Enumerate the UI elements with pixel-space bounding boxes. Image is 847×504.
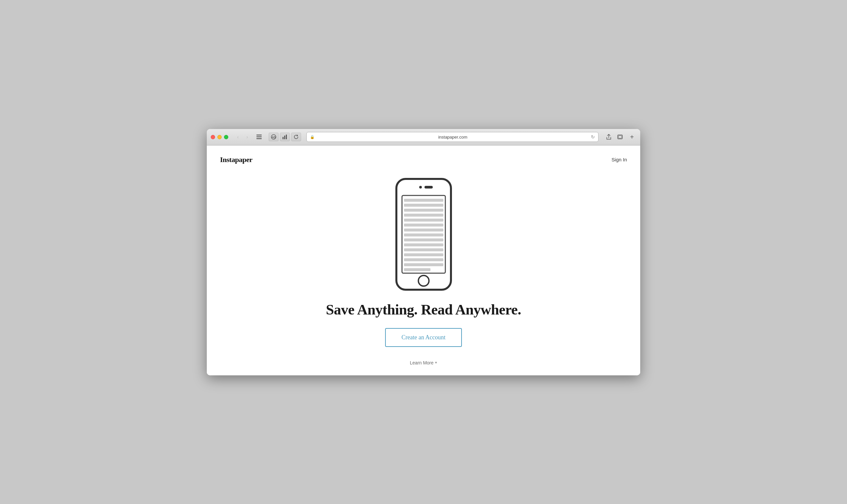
adblock-icon[interactable]: AD: [269, 132, 279, 141]
hero-section: Save Anything. Read Anywhere. Create an …: [326, 170, 521, 365]
url-reload-icon[interactable]: ↻: [591, 134, 595, 140]
svg-rect-5: [283, 137, 284, 139]
svg-rect-24: [404, 248, 443, 251]
svg-rect-14: [404, 199, 443, 202]
svg-rect-9: [618, 136, 622, 138]
site-logo: Instapaper: [220, 156, 252, 164]
svg-rect-0: [257, 134, 262, 136]
svg-rect-18: [404, 219, 443, 221]
svg-text:AD: AD: [272, 136, 276, 139]
svg-rect-25: [404, 253, 443, 256]
svg-rect-17: [404, 214, 443, 217]
headline: Save Anything. Read Anywhere.: [326, 301, 521, 318]
svg-rect-1: [257, 137, 262, 138]
stats-icon[interactable]: [280, 132, 290, 141]
refresh-icon[interactable]: [291, 132, 301, 141]
title-bar: ‹ › AD: [207, 129, 640, 145]
svg-rect-20: [404, 229, 443, 232]
svg-rect-21: [404, 233, 443, 236]
back-button[interactable]: ‹: [234, 132, 242, 141]
svg-rect-2: [257, 138, 262, 139]
svg-rect-12: [424, 186, 433, 188]
svg-rect-23: [404, 244, 443, 246]
forward-button[interactable]: ›: [243, 132, 251, 141]
svg-rect-27: [404, 263, 443, 266]
svg-point-11: [419, 186, 422, 188]
sidebar-toggle-button[interactable]: [255, 132, 263, 141]
svg-rect-28: [404, 268, 430, 271]
page-content: Instapaper Sign In: [207, 145, 640, 375]
close-button[interactable]: [211, 135, 215, 139]
chevron-down-icon: ▾: [435, 360, 437, 365]
svg-rect-6: [284, 136, 285, 139]
learn-more-label: Learn More: [410, 360, 434, 365]
lock-icon: 🔒: [310, 135, 315, 139]
svg-rect-15: [404, 204, 443, 207]
svg-rect-26: [404, 258, 443, 261]
browser-window: ‹ › AD: [207, 129, 640, 375]
url-bar-container: 🔒 instapaper.com ↻: [306, 132, 599, 142]
minimize-button[interactable]: [217, 135, 222, 139]
traffic-lights: [211, 135, 228, 139]
svg-rect-19: [404, 223, 443, 227]
tabs-button[interactable]: [615, 132, 625, 141]
create-account-button[interactable]: Create an Account: [385, 328, 462, 347]
svg-rect-7: [286, 134, 287, 139]
right-toolbar: +: [604, 132, 636, 141]
url-bar[interactable]: 🔒 instapaper.com ↻: [306, 132, 599, 142]
share-button[interactable]: [604, 132, 614, 141]
site-nav: Instapaper Sign In: [220, 152, 627, 170]
sign-in-link[interactable]: Sign In: [612, 157, 627, 162]
url-text: instapaper.com: [317, 134, 589, 140]
new-tab-button[interactable]: +: [628, 132, 636, 141]
svg-rect-16: [404, 209, 443, 212]
nav-buttons: ‹ ›: [234, 132, 251, 141]
svg-rect-22: [404, 238, 443, 241]
maximize-button[interactable]: [224, 135, 228, 139]
svg-point-29: [418, 275, 429, 286]
toolbar-icons: AD: [269, 132, 301, 141]
learn-more-link[interactable]: Learn More ▾: [410, 360, 437, 365]
phone-illustration: [395, 177, 453, 291]
